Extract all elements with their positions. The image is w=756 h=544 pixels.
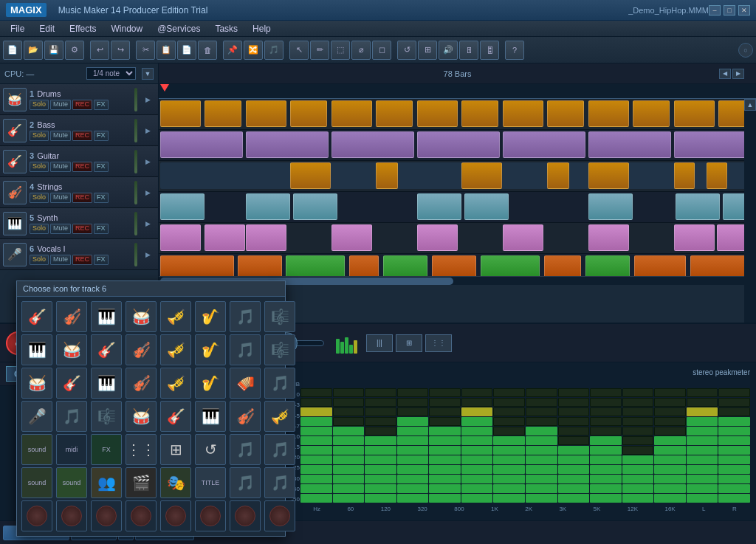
track-expand-3[interactable]: ▶ (140, 158, 155, 165)
icon-item-17[interactable]: 🎸 (56, 368, 87, 399)
clip-drums-1[interactable] (160, 100, 201, 127)
tb-split[interactable]: ⌀ (351, 41, 371, 60)
icon-item-26[interactable]: 🎼 (91, 401, 122, 432)
tb-shuffle[interactable]: 🔀 (244, 41, 263, 60)
icon-item-39[interactable]: 🎵 (264, 434, 295, 465)
clip-strings-3[interactable] (293, 193, 337, 220)
track-mute-4[interactable]: Mute (50, 193, 71, 203)
tb-redo[interactable]: ↪ (111, 41, 130, 60)
icon-item-4[interactable]: 🎺 (160, 301, 191, 332)
icon-item-7[interactable]: 🎼 (264, 301, 295, 332)
clip-guitar-6[interactable] (674, 162, 695, 189)
icon-item-6[interactable]: 🎵 (230, 301, 261, 332)
track-fx-1[interactable]: FX (94, 100, 109, 110)
tb-copy[interactable]: 📋 (157, 41, 176, 60)
icon-item-44[interactable]: 🎭 (160, 467, 191, 498)
tb-delete[interactable]: 🗑 (198, 41, 217, 60)
track-mute-2[interactable]: Mute (50, 131, 71, 141)
clip-guitar-2[interactable] (376, 162, 398, 189)
clip-bass-2[interactable] (246, 131, 329, 158)
track-icon-guitar[interactable]: 🎸 (3, 150, 27, 173)
clip-bass-3[interactable] (331, 131, 414, 158)
note-select-arrow[interactable]: ▼ (142, 68, 154, 80)
tb-save[interactable]: 💾 (44, 41, 63, 60)
icon-item-14[interactable]: 🎵 (230, 334, 261, 365)
menu-item-edit[interactable]: Edit (32, 22, 62, 35)
clip-drums-12[interactable] (633, 100, 670, 127)
icon-item-15[interactable]: 🎼 (264, 334, 295, 365)
icon-item-10[interactable]: 🎸 (91, 334, 122, 365)
clip-drums-6[interactable] (376, 100, 413, 127)
icon-item-9[interactable]: 🥁 (56, 334, 87, 365)
icon-item-19[interactable]: 🎻 (126, 368, 157, 399)
clip-bass-1[interactable] (160, 131, 243, 158)
icon-item-51[interactable] (126, 500, 157, 531)
icon-item-52[interactable] (160, 500, 191, 531)
icon-item-2[interactable]: 🎹 (91, 301, 122, 332)
track-icon-drums[interactable]: 🥁 (3, 88, 27, 111)
clip-strings-6[interactable] (588, 193, 633, 220)
view-expand[interactable]: ⊞ (396, 334, 422, 352)
icon-item-34[interactable]: FX (91, 434, 122, 465)
icon-item-5[interactable]: 🎷 (195, 301, 226, 332)
track-icon-strings[interactable]: 🎻 (3, 181, 27, 204)
clip-bass-6[interactable] (588, 131, 671, 158)
icon-item-30[interactable]: 🎻 (230, 401, 261, 432)
track-rec-1[interactable]: REC (72, 100, 92, 110)
icon-item-13[interactable]: 🎷 (195, 334, 226, 365)
icon-item-42[interactable]: 👥 (91, 467, 122, 498)
track-expand-2[interactable]: ▶ (140, 127, 155, 134)
clip-drums-3[interactable] (246, 100, 286, 127)
clip-drums-8[interactable] (461, 100, 498, 127)
tb-pin[interactable]: 📌 (223, 41, 242, 60)
icon-item-27[interactable]: 🥁 (126, 401, 157, 432)
icon-item-3[interactable]: 🥁 (126, 301, 157, 332)
tb-cursor[interactable]: ↖ (289, 41, 309, 60)
track-fx-5[interactable]: FX (94, 224, 109, 234)
track-rec-2[interactable]: REC (72, 131, 92, 141)
track-volume-2[interactable] (134, 119, 137, 142)
tb-cut[interactable]: ✂ (136, 41, 155, 60)
icon-item-43[interactable]: 🎬 (126, 467, 157, 498)
icon-item-12[interactable]: 🎺 (160, 334, 191, 365)
icon-item-37[interactable]: ↺ (195, 434, 226, 465)
nav-next[interactable]: ▶ (732, 69, 744, 79)
icon-item-45[interactable]: TITLE (195, 467, 226, 498)
menu-item-window[interactable]: Window (104, 22, 151, 35)
clip-guitar-5[interactable] (588, 162, 629, 189)
track-fx-2[interactable]: FX (94, 131, 109, 141)
icon-item-38[interactable]: 🎵 (230, 434, 261, 465)
restore-button[interactable]: □ (724, 5, 735, 16)
track-solo-2[interactable]: Solo (30, 131, 49, 141)
close-button[interactable]: ✕ (738, 5, 750, 16)
clip-guitar-1[interactable] (290, 162, 331, 189)
menu-item-help[interactable]: Help (245, 22, 278, 35)
track-icon-bass[interactable]: 🎸 (3, 119, 27, 142)
icon-item-16[interactable]: 🥁 (21, 368, 52, 399)
icon-item-33[interactable]: midi (56, 434, 87, 465)
clip-synth-3[interactable] (246, 224, 286, 251)
track-expand-1[interactable]: ▶ (140, 96, 155, 103)
icon-item-8[interactable]: 🎹 (21, 334, 52, 365)
clip-guitar-7[interactable] (707, 162, 727, 189)
icon-item-21[interactable]: 🎷 (195, 368, 226, 399)
clip-synth-4[interactable] (331, 224, 372, 251)
clip-drums-4[interactable] (290, 100, 327, 127)
icon-item-23[interactable]: 🎵 (264, 368, 295, 399)
track-expand-4[interactable]: ▶ (140, 189, 155, 196)
minimize-button[interactable]: – (709, 5, 721, 16)
track-volume-3[interactable] (134, 150, 137, 173)
icon-item-31[interactable]: 🎺 (264, 401, 295, 432)
track-solo-1[interactable]: Solo (30, 100, 49, 110)
icon-item-46[interactable]: 🎵 (230, 467, 261, 498)
icon-item-47[interactable]: 🎵 (264, 467, 295, 498)
clip-synth-6[interactable] (503, 224, 543, 251)
clip-drums-5[interactable] (331, 100, 372, 127)
track-rec-4[interactable]: REC (72, 193, 92, 203)
track-mute-5[interactable]: Mute (50, 224, 71, 234)
clip-strings-1[interactable] (160, 193, 205, 220)
track-mute-6[interactable]: Mute (50, 255, 71, 265)
clip-strings-4[interactable] (417, 193, 461, 220)
note-select[interactable]: 1/4 note (86, 67, 136, 80)
icon-item-1[interactable]: 🎻 (56, 301, 87, 332)
